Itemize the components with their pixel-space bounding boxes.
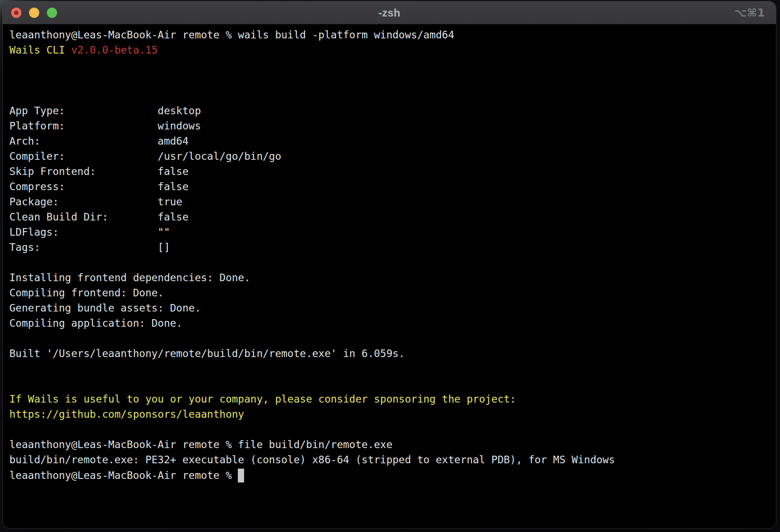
terminal-cursor (238, 469, 244, 482)
terminal-line (9, 73, 772, 88)
terminal-line (9, 376, 772, 391)
terminal-window: -zsh ⌥⌘1 leaanthony@Leas-MacBook-Air rem… (3, 1, 776, 528)
terminal-line: Built '/Users/leaanthony/remote/build/bi… (9, 346, 772, 361)
terminal-line: Wails CLI v2.0.0-beta.15 (9, 42, 772, 58)
terminal-line: If Wails is useful to you or your compan… (9, 391, 772, 407)
terminal-line (9, 88, 772, 103)
titlebar[interactable]: -zsh ⌥⌘1 (3, 1, 776, 25)
terminal-text: Generating bundle assets: Done. (9, 302, 201, 314)
window-title: -zsh (3, 7, 776, 19)
terminal-line (9, 58, 772, 73)
terminal-line: Package: true (9, 194, 772, 209)
terminal-line: https://github.com/sponsors/leaanthony (9, 407, 772, 422)
terminal-text: LDFlags: "" (9, 226, 170, 238)
terminal-line: Compress: false (9, 179, 772, 194)
terminal-text: App Type: desktop (9, 105, 201, 116)
terminal-line: Platform: windows (9, 118, 772, 133)
terminal-text: Compiler: /usr/local/go/bin/go (9, 150, 281, 162)
terminal-text: Compiling application: Done. (9, 317, 183, 329)
terminal-text: https://github.com/sponsors/leaanthony (9, 408, 244, 420)
terminal-line (9, 255, 772, 270)
terminal-text: leaanthony@Leas-MacBook-Air remote % (9, 470, 238, 481)
terminal-text: Compiling frontend: Done. (9, 287, 164, 299)
terminal-text: Clean Build Dir: false (9, 211, 189, 223)
terminal-line: LDFlags: "" (9, 224, 772, 240)
terminal-text: leaanthony@Leas-MacBook-Air remote % wai… (9, 29, 454, 41)
terminal-text: Arch: amd64 (9, 135, 189, 147)
terminal-text: Built '/Users/leaanthony/remote/build/bi… (9, 348, 405, 359)
terminal-line: Skip Frontend: false (9, 164, 772, 179)
terminal-line: Clean Build Dir: false (9, 209, 772, 224)
terminal-text: leaanthony@Leas-MacBook-Air remote % fil… (9, 439, 393, 450)
terminal-line: Compiling frontend: Done. (9, 285, 772, 300)
terminal-text: Skip Frontend: false (9, 166, 189, 177)
terminal-line: Compiling application: Done. (9, 316, 772, 331)
terminal-line: leaanthony@Leas-MacBook-Air remote % fil… (9, 437, 772, 452)
terminal-text: Package: true (9, 196, 183, 208)
terminal-line: Arch: amd64 (9, 133, 772, 149)
terminal-output[interactable]: leaanthony@Leas-MacBook-Air remote % wai… (3, 25, 776, 528)
terminal-line: Tags: [] (9, 240, 772, 255)
terminal-text: Platform: windows (9, 120, 201, 132)
terminal-text: Wails CLI (9, 44, 71, 56)
terminal-line (9, 361, 772, 376)
terminal-line: Compiler: /usr/local/go/bin/go (9, 149, 772, 164)
terminal-line: build/bin/remote.exe: PE32+ executable (… (9, 452, 772, 467)
terminal-line (9, 422, 772, 437)
window-shortcut-badge: ⌥⌘1 (734, 7, 765, 19)
terminal-line: leaanthony@Leas-MacBook-Air remote % (9, 467, 772, 482)
terminal-text: Tags: [] (9, 241, 170, 253)
terminal-text: If Wails is useful to you or your compan… (9, 393, 516, 405)
terminal-line: App Type: desktop (9, 103, 772, 118)
terminal-line (9, 331, 772, 346)
terminal-line: Installing frontend dependencies: Done. (9, 270, 772, 285)
terminal-text: v2.0.0-beta.15 (71, 44, 158, 56)
terminal-text: Installing frontend dependencies: Done. (9, 272, 250, 283)
terminal-text: Compress: false (9, 181, 189, 192)
terminal-line: leaanthony@Leas-MacBook-Air remote % wai… (9, 27, 772, 42)
terminal-line: Generating bundle assets: Done. (9, 300, 772, 316)
terminal-text: build/bin/remote.exe: PE32+ executable (… (9, 454, 615, 466)
